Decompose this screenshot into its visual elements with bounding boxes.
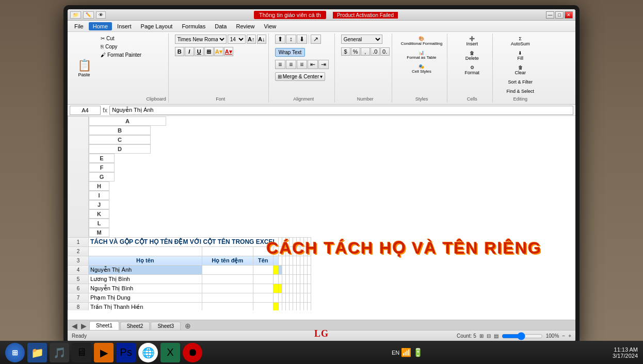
format-as-table-button[interactable]: 📊 Format as Table (398, 48, 445, 61)
align-top-button[interactable]: ⬆ (275, 35, 285, 44)
cell-m6[interactable] (307, 284, 311, 293)
view-normal-icon[interactable]: ⊞ (479, 333, 484, 339)
cell-e6[interactable] (278, 284, 282, 293)
cell-j7[interactable] (296, 293, 300, 302)
cell-m8[interactable] (307, 302, 311, 310)
cell-c2[interactable] (253, 246, 273, 256)
cell-k2[interactable] (300, 246, 303, 256)
close-button[interactable]: ✕ (565, 11, 573, 19)
col-header-k[interactable]: K (89, 209, 109, 219)
delete-button[interactable]: 🗑 Delete (454, 49, 490, 62)
cell-d2[interactable] (273, 246, 278, 256)
cell-b2[interactable] (202, 246, 253, 256)
cell-l6[interactable] (303, 284, 307, 293)
cell-l5[interactable] (303, 274, 307, 284)
cell-i6[interactable] (293, 284, 296, 293)
cell-b7[interactable] (202, 293, 253, 302)
font-size-select[interactable]: 14 (228, 35, 246, 44)
menu-file[interactable]: File (70, 22, 88, 30)
align-center-button[interactable]: ≡ (286, 60, 296, 69)
cell-c6[interactable] (253, 284, 273, 293)
cell-e5[interactable] (278, 274, 282, 284)
cell-h6[interactable] (289, 284, 293, 293)
taskbar-ps-button[interactable]: Ps (116, 343, 136, 362)
col-header-a[interactable]: A (89, 117, 166, 126)
cell-a5[interactable]: Lương Thị Bình (89, 274, 202, 284)
cell-h1[interactable] (289, 237, 293, 246)
cell-i3[interactable] (293, 256, 296, 265)
cell-f2[interactable] (282, 246, 285, 256)
menu-insert[interactable]: Insert (113, 22, 136, 30)
cell-g4[interactable] (285, 265, 289, 274)
cell-c4[interactable] (253, 265, 273, 274)
cell-c8[interactable] (253, 302, 273, 310)
col-header-g[interactable]: G (89, 172, 115, 181)
taskbar-chrome-button[interactable]: 🌐 (138, 343, 158, 362)
cell-c3[interactable]: Tên (253, 256, 273, 265)
cell-m4[interactable] (307, 265, 311, 274)
increase-indent-button[interactable]: ⇥ (318, 60, 329, 69)
font-color-button[interactable]: A▾ (224, 47, 233, 56)
cell-e7[interactable] (278, 293, 282, 302)
format-button[interactable]: ⚙ Format (454, 63, 490, 77)
cell-f7[interactable] (282, 293, 285, 302)
cell-b3[interactable]: Họ tên đệm (202, 256, 253, 265)
menu-review[interactable]: Review (232, 22, 259, 30)
cell-l4[interactable] (303, 265, 307, 274)
cell-m5[interactable] (307, 274, 311, 284)
cell-l2[interactable] (303, 246, 307, 256)
taskbar-excel-button[interactable]: X (160, 343, 180, 362)
cell-m2[interactable] (307, 246, 311, 256)
currency-button[interactable]: $ (341, 47, 350, 56)
cell-g7[interactable] (285, 293, 289, 302)
zoom-plus-button[interactable]: + (568, 333, 571, 339)
cell-j4[interactable] (296, 265, 300, 274)
taskbar-record-button[interactable]: ⏺ (183, 343, 202, 362)
cell-d5[interactable] (273, 274, 278, 284)
cell-g8[interactable] (285, 302, 289, 310)
cell-j1[interactable] (296, 237, 300, 246)
maximize-button[interactable]: □ (555, 11, 564, 19)
taskbar-vnware-button[interactable]: ▶ (94, 343, 114, 362)
minimize-button[interactable]: — (546, 11, 554, 19)
cell-k4[interactable] (300, 265, 303, 274)
taskbar-explorer-button[interactable]: 📁 (27, 343, 47, 362)
cell-g2[interactable] (285, 246, 289, 256)
sort-filter-button[interactable]: Sort & Filter (499, 78, 541, 86)
italic-button[interactable]: I (185, 47, 194, 56)
col-header-i[interactable]: I (89, 191, 109, 200)
cell-f6[interactable] (282, 284, 285, 293)
fill-color-button[interactable]: A▾ (214, 47, 223, 56)
cell-i8[interactable] (293, 302, 296, 310)
cell-i4[interactable] (293, 265, 296, 274)
cell-l3[interactable] (303, 256, 307, 265)
insert-button[interactable]: ➕ Insert (454, 35, 490, 48)
cell-a3[interactable]: Họ tên (89, 256, 202, 265)
cell-e2[interactable] (278, 246, 282, 256)
nav-sheets-left[interactable]: ◀ (70, 322, 79, 330)
cell-reference-box[interactable] (70, 106, 101, 115)
cell-a1[interactable]: TÁCH VÀ GỘP CỘT HỌ TÊN ĐỆM VỚI CỘT TÊN T… (89, 237, 279, 246)
taskbar-file-mgr-button[interactable]: 🖥 (72, 343, 91, 362)
sheet-tab-1[interactable]: Sheet1 (89, 321, 119, 330)
autosum-button[interactable]: Σ AutoSum (499, 35, 541, 48)
cell-h4[interactable] (289, 265, 293, 274)
cell-b5[interactable] (202, 274, 253, 284)
cell-i2[interactable] (293, 246, 296, 256)
copy-button[interactable]: ⎘ Copy (98, 43, 144, 51)
cell-m7[interactable] (307, 293, 311, 302)
col-header-f[interactable]: F (89, 163, 115, 172)
cell-d3[interactable] (273, 256, 278, 265)
cell-f4[interactable] (282, 265, 285, 274)
font-family-select[interactable]: Times New Roman (175, 35, 227, 44)
cell-e8[interactable] (278, 302, 282, 310)
cell-m3[interactable] (307, 256, 311, 265)
col-header-c[interactable]: C (89, 135, 151, 144)
underline-button[interactable]: U (195, 47, 204, 56)
cell-a8[interactable]: Trần Thị Thanh Hiền (89, 302, 202, 310)
fill-button[interactable]: ⬇ Fill (499, 49, 541, 62)
align-middle-button[interactable]: ↕ (286, 35, 296, 44)
cell-k8[interactable] (300, 302, 303, 310)
cell-j3[interactable] (296, 256, 300, 265)
cell-h7[interactable] (289, 293, 293, 302)
